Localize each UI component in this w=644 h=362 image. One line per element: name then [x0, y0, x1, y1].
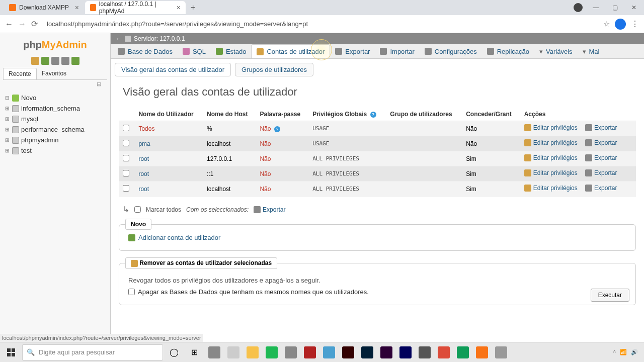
- username-link[interactable]: pma: [138, 140, 150, 147]
- tab-settings[interactable]: Configurações: [420, 44, 482, 58]
- taskview-icon[interactable]: ◯: [165, 343, 183, 361]
- row-checkbox[interactable]: [123, 125, 129, 131]
- tray-wifi-icon[interactable]: 📶: [620, 349, 627, 355]
- tree-db[interactable]: ⊞information_schema: [3, 103, 107, 114]
- tree-db[interactable]: ⊞phpmyadmin: [3, 135, 107, 145]
- col-group: Grupo de utilizadores: [386, 108, 462, 121]
- taskbar-app[interactable]: [358, 343, 376, 361]
- reload-icon[interactable]: [71, 57, 79, 65]
- close-window-icon[interactable]: ✕: [628, 2, 640, 14]
- logout-icon[interactable]: [41, 57, 49, 65]
- tab-status[interactable]: Estado: [211, 44, 251, 58]
- taskbar-app[interactable]: [339, 343, 357, 361]
- tab-sql[interactable]: SQL: [178, 44, 211, 58]
- taskbar-app[interactable]: [205, 343, 223, 361]
- taskbar-app[interactable]: [282, 343, 300, 361]
- add-user-link[interactable]: Adicionar conta de utilizador: [128, 234, 626, 241]
- drop-db-checkbox[interactable]: [128, 289, 135, 295]
- remove-description: Revogar todos os privilégios dos utiliza…: [128, 277, 626, 284]
- settings-icon[interactable]: [61, 57, 69, 65]
- export-link[interactable]: Exportar: [585, 169, 617, 176]
- username-link[interactable]: root: [138, 155, 149, 162]
- taskbar-app[interactable]: [244, 343, 262, 361]
- bookmark-icon[interactable]: ☆: [603, 20, 610, 29]
- help-icon[interactable]: ?: [370, 112, 376, 118]
- all-users-link[interactable]: Todos: [138, 125, 154, 132]
- phpmyadmin-logo[interactable]: phpMyAdmin: [3, 36, 107, 54]
- user-avatar[interactable]: [615, 19, 626, 30]
- close-icon[interactable]: ×: [75, 4, 79, 12]
- check-all-label[interactable]: Marcar todos: [146, 206, 181, 213]
- minimize-icon[interactable]: —: [590, 2, 602, 14]
- tab-import[interactable]: Importar: [375, 44, 419, 58]
- subtab-groups[interactable]: Grupos de utilizadores: [235, 63, 313, 76]
- reload-button[interactable]: ⟳: [31, 19, 38, 29]
- tab-more[interactable]: ▾Mai: [578, 44, 605, 58]
- maximize-icon[interactable]: ▢: [609, 2, 621, 14]
- docs-icon[interactable]: [51, 57, 59, 65]
- sidebar-tab-recent[interactable]: Recente: [3, 68, 37, 79]
- search-input[interactable]: 🔍 Digite aqui para pesquisar: [22, 344, 163, 360]
- taskbar-app[interactable]: [416, 343, 434, 361]
- taskbar-app[interactable]: [492, 343, 510, 361]
- edit-privileges-link[interactable]: Editar privilégios: [524, 185, 578, 192]
- export-link[interactable]: Exportar: [585, 185, 617, 192]
- edit-privileges-link[interactable]: Editar privilégios: [524, 154, 578, 161]
- sidebar-tab-favorites[interactable]: Favoritos: [37, 68, 71, 79]
- taskbar-app[interactable]: [435, 343, 453, 361]
- taskbar-app[interactable]: [263, 343, 281, 361]
- tree-label: mysql: [21, 115, 38, 123]
- row-checkbox[interactable]: [123, 170, 129, 176]
- taskbar-app[interactable]: [473, 343, 491, 361]
- privileges-cell: ALL PRIVILEGES: [308, 166, 386, 182]
- close-icon[interactable]: ×: [177, 4, 181, 12]
- export-link[interactable]: Exportar: [585, 139, 617, 146]
- browser-tab[interactable]: localhost / 127.0.0.1 | phpMyAd ×: [85, 1, 186, 14]
- tree-new[interactable]: ⊟Novo: [3, 93, 107, 103]
- menu-icon[interactable]: ⋮: [631, 19, 639, 29]
- taskbar-app[interactable]: [377, 343, 395, 361]
- tray-sound-icon[interactable]: 🔊: [631, 349, 638, 355]
- tab-export[interactable]: Exportar: [330, 44, 375, 58]
- row-checkbox[interactable]: [123, 155, 129, 161]
- check-all[interactable]: [134, 206, 141, 213]
- tree-db[interactable]: ⊞mysql: [3, 114, 107, 124]
- subtab-overview[interactable]: Visão geral das contas de utilizador: [115, 63, 231, 76]
- taskbar-app[interactable]: [454, 343, 472, 361]
- taskbar-app[interactable]: [224, 343, 243, 361]
- edit-privileges-link[interactable]: Editar privilégios: [524, 139, 578, 146]
- new-tab-button[interactable]: +: [187, 3, 199, 12]
- tab-users[interactable]: Contas de utilizador: [251, 44, 330, 58]
- export-selected[interactable]: Exportar: [254, 206, 285, 213]
- export-link[interactable]: Exportar: [585, 124, 617, 131]
- export-link[interactable]: Exportar: [585, 154, 617, 161]
- row-checkbox[interactable]: [123, 185, 129, 192]
- cortana-icon[interactable]: ⊞: [185, 343, 203, 361]
- forward-button[interactable]: →: [18, 20, 26, 29]
- row-checkbox[interactable]: [123, 140, 129, 146]
- username-link[interactable]: root: [138, 170, 149, 177]
- start-button[interactable]: [2, 343, 20, 361]
- url-bar[interactable]: localhost/phpmyadmin/index.php?route=/se…: [43, 18, 598, 30]
- collapse-icon[interactable]: ⊟: [3, 80, 107, 88]
- home-icon[interactable]: [31, 57, 39, 65]
- tab-replication[interactable]: Replicação: [482, 44, 534, 58]
- edit-privileges-link[interactable]: Editar privilégios: [524, 124, 578, 131]
- taskbar-app[interactable]: [396, 343, 415, 361]
- browser-tab[interactable]: Download XAMPP ×: [4, 1, 84, 14]
- back-button[interactable]: ←: [5, 20, 13, 29]
- edit-privileges-link[interactable]: Editar privilégios: [524, 169, 578, 176]
- taskbar-app[interactable]: [320, 343, 338, 361]
- tab-variables[interactable]: ▾Variáveis: [534, 44, 578, 58]
- taskbar-app[interactable]: [301, 343, 319, 361]
- tree-db[interactable]: ⊞performance_schema: [3, 124, 107, 135]
- remove-user-fieldset: Remover as contas de utilizador selecion…: [119, 263, 636, 305]
- tab-databases[interactable]: Base de Dados: [113, 44, 178, 58]
- tree-db[interactable]: ⊞test: [3, 145, 107, 156]
- system-tray[interactable]: ^ 📶 🔊: [613, 349, 642, 355]
- tray-up-icon[interactable]: ^: [613, 349, 616, 355]
- username-link[interactable]: root: [138, 186, 149, 193]
- profile-icon[interactable]: [574, 3, 583, 12]
- execute-button[interactable]: Executar: [591, 289, 629, 302]
- help-icon[interactable]: ?: [274, 126, 280, 132]
